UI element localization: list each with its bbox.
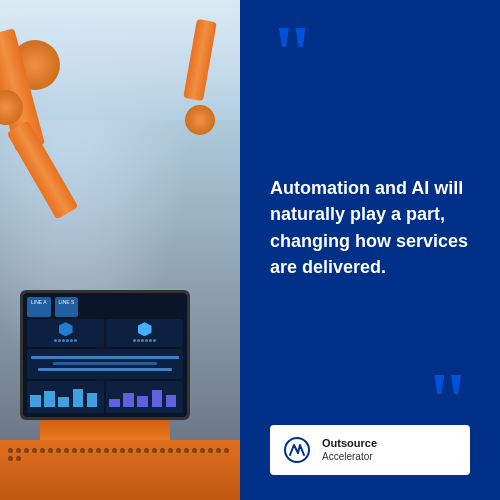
industrial-scene: LINE A LINE S: [0, 0, 240, 500]
logo-area: Outsource Accelerator: [270, 425, 470, 475]
oa-logo-icon: [282, 435, 312, 465]
quote-text: Automation and AI will naturally play a …: [270, 88, 470, 367]
screen-tab-1: LINE A: [27, 297, 51, 317]
photo-panel: LINE A LINE S: [0, 0, 240, 500]
industrial-monitor: LINE A LINE S: [20, 290, 190, 420]
logo-text-block: Outsource Accelerator: [322, 437, 377, 462]
floor: [0, 440, 240, 500]
logo-tagline: Accelerator: [322, 451, 377, 463]
page-container: LINE A LINE S: [0, 0, 500, 500]
close-quote-mark: ": [426, 377, 470, 425]
robot-arm-2: [170, 20, 230, 170]
robot-arm: [0, 30, 160, 230]
screen-tab-2: LINE S: [55, 297, 79, 317]
logo-name: Outsource: [322, 437, 377, 450]
open-quote-mark: ": [270, 30, 314, 78]
quote-panel: " Automation and AI will naturally play …: [240, 0, 500, 500]
